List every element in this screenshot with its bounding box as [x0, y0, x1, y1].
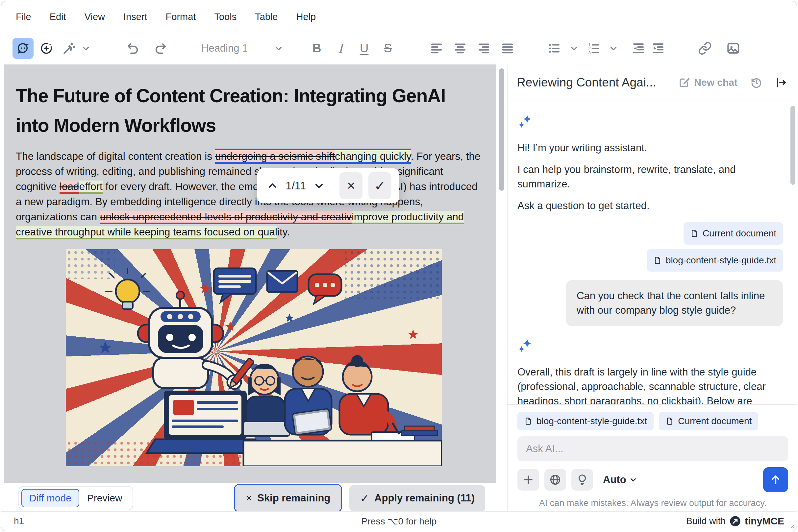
view-mode-toggle: Diff mode Preview: [18, 486, 133, 510]
menu-item-edit[interactable]: Edit: [50, 12, 66, 22]
text-run: ity.: [277, 226, 290, 238]
diff-insertion[interactable]: effort: [79, 180, 103, 194]
document-title[interactable]: The Future of Content Creation: Integrat…: [16, 81, 457, 140]
chevron-down-icon: [81, 43, 91, 53]
lightbulb-icon: [576, 474, 589, 486]
image-icon: [726, 41, 740, 55]
block-format-select[interactable]: Heading 1: [201, 42, 283, 54]
globe-icon: [549, 474, 561, 486]
check-icon: ✓: [374, 178, 386, 194]
ai-agent-button[interactable]: [37, 39, 56, 58]
tinymce-logo-icon: [729, 516, 741, 527]
check-icon: ✓: [360, 492, 369, 505]
menu-item-help[interactable]: Help: [296, 12, 316, 22]
context-chip-label: Current document: [703, 226, 776, 241]
ai-assistant-button[interactable]: [13, 38, 34, 59]
apply-remaining-button[interactable]: ✓ Apply remaining (11): [349, 485, 485, 511]
document-icon: [653, 256, 662, 265]
plus-icon: [522, 474, 535, 486]
outdent-button[interactable]: [629, 39, 648, 58]
reject-change-button[interactable]: ×: [339, 172, 363, 199]
underline-button[interactable]: U: [355, 41, 373, 55]
ai-shortcuts-button[interactable]: [59, 39, 78, 58]
web-search-button[interactable]: [544, 469, 566, 491]
menu-item-format[interactable]: Format: [166, 12, 196, 22]
indent-button[interactable]: [649, 39, 668, 58]
skip-remaining-button[interactable]: × Skip remaining: [235, 485, 341, 511]
context-chip[interactable]: Current document: [659, 412, 758, 431]
diff-deletion[interactable]: undergoing a seismic shift: [215, 150, 335, 162]
menu-item-file[interactable]: File: [16, 12, 31, 22]
editor-pane: The Future of Content Creation: Integrat…: [1, 64, 507, 514]
editor-footer: Diff mode Preview × Skip remaining ✓ App…: [1, 483, 507, 514]
send-button[interactable]: [763, 467, 788, 492]
chevron-down-icon: [629, 475, 637, 484]
suggestions-button[interactable]: [571, 469, 593, 491]
selected-diff-change[interactable]: undergoing a seismic shiftchanging quick…: [215, 149, 411, 164]
editor-document[interactable]: The Future of Content Creation: Integrat…: [4, 64, 496, 514]
diff-insertion[interactable]: changing quickly: [335, 150, 411, 162]
document-illustration[interactable]: [66, 249, 442, 466]
redo-button[interactable]: [151, 39, 170, 58]
chat-scrollbar-thumb[interactable]: [791, 106, 795, 185]
align-left-button[interactable]: [427, 39, 446, 58]
document-paragraph[interactable]: The landscape of digital content creatio…: [16, 149, 485, 240]
numbered-list-chevron[interactable]: [604, 39, 623, 58]
ai-shortcuts-chevron[interactable]: [76, 39, 95, 58]
collapse-sidebar-button[interactable]: [775, 76, 787, 89]
close-icon: ×: [246, 492, 252, 505]
menu-item-insert[interactable]: Insert: [123, 12, 147, 22]
menu-item-tools[interactable]: Tools: [214, 12, 237, 22]
new-chat-button[interactable]: New chat: [678, 77, 738, 89]
strikethrough-button[interactable]: S: [379, 41, 397, 55]
preview-button[interactable]: Preview: [79, 489, 130, 507]
numbered-list-button[interactable]: 1 2 3: [584, 39, 603, 58]
undo-button[interactable]: [124, 39, 143, 58]
align-right-button[interactable]: [474, 39, 494, 58]
pop-art-robot-illustration: [66, 249, 442, 466]
ask-ai-input[interactable]: [526, 443, 780, 455]
context-chip[interactable]: blog-content-style-guide.txt: [517, 412, 654, 431]
resize-grip[interactable]: [788, 522, 795, 529]
accept-change-button[interactable]: ✓: [368, 172, 391, 199]
editor-scrollbar[interactable]: [496, 64, 507, 514]
skip-remaining-label: Skip remaining: [257, 492, 330, 504]
diff-mode-button[interactable]: Diff mode: [21, 489, 79, 507]
input-chip-list: blog-content-style-guide.txtCurrent docu…: [517, 412, 788, 431]
bullet-list-button[interactable]: [545, 39, 564, 58]
context-chip[interactable]: blog-content-style-guide.txt: [647, 249, 783, 271]
diff-deletion[interactable]: unlock unprecedented levels of productiv…: [100, 211, 352, 224]
redo-icon: [153, 41, 167, 55]
person-man: [285, 357, 332, 435]
bold-button[interactable]: B: [308, 41, 326, 55]
ask-ai-inputbox[interactable]: [517, 436, 788, 461]
insert-link-button[interactable]: [695, 39, 715, 58]
new-chat-icon: [678, 77, 690, 89]
menu-item-table[interactable]: Table: [255, 12, 278, 22]
bullet-list-chevron[interactable]: [564, 39, 583, 58]
outdent-icon: [632, 41, 645, 55]
ai-sparkle-icon: [517, 113, 534, 130]
diff-deletion[interactable]: load: [59, 180, 79, 194]
chat-history-button[interactable]: [750, 76, 762, 89]
attach-button[interactable]: [517, 469, 539, 491]
align-center-button[interactable]: [451, 39, 470, 58]
speech-bubble-blue: [214, 268, 256, 303]
document-icon: [524, 417, 533, 425]
align-justify-icon: [501, 41, 515, 55]
previous-change-button[interactable]: [265, 177, 280, 194]
insert-image-button[interactable]: [724, 39, 743, 58]
chat-message-list[interactable]: Hi! I’m your writing assistant.I can hel…: [507, 101, 797, 404]
align-center-icon: [453, 41, 467, 55]
branding[interactable]: Build with tinyMCE: [686, 516, 784, 527]
chevron-down-icon: [274, 43, 283, 53]
italic-button[interactable]: I: [332, 41, 349, 56]
menu-item-view[interactable]: View: [85, 12, 105, 22]
editor-scrollbar-thumb[interactable]: [499, 69, 504, 191]
context-chip-list: Current documentblog-content-style-guide…: [517, 222, 783, 271]
context-chip[interactable]: Current document: [684, 222, 783, 245]
align-justify-button[interactable]: [498, 39, 517, 58]
diff-navigation-popup: 1/11 × ✓: [257, 168, 399, 203]
next-change-button[interactable]: [312, 177, 326, 194]
model-select[interactable]: Auto: [603, 474, 637, 486]
